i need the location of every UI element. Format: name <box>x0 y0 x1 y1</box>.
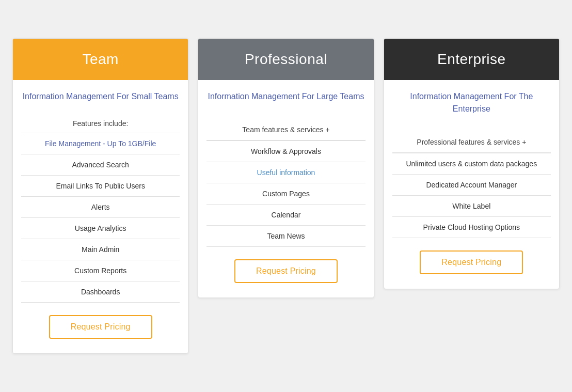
plan-header-enterprise: Enterprise <box>384 39 559 80</box>
feature-item-professional-4: Team News <box>206 226 365 247</box>
request-pricing-button-enterprise[interactable]: Request Pricing <box>420 250 523 274</box>
plan-body-enterprise: Information Management For The Enterpris… <box>384 80 559 289</box>
feature-item-team-3: Alerts <box>21 197 180 218</box>
plan-card-team: TeamInformation Management For Small Tea… <box>12 38 188 354</box>
feature-item-enterprise-2: White Label <box>392 196 551 217</box>
plan-subtitle-team: Information Management For Small Teams <box>21 90 180 110</box>
feature-item-team-5: Main Admin <box>21 239 180 260</box>
plan-subtitle-professional: Information Management For Large Teams <box>206 90 365 110</box>
feature-item-team-6: Custom Reports <box>21 260 180 281</box>
pricing-container: TeamInformation Management For Small Tea… <box>0 26 572 366</box>
request-pricing-button-team[interactable]: Request Pricing <box>49 315 152 339</box>
feature-item-enterprise-0: Unlimited users & custom data packages <box>392 153 551 175</box>
plan-title-team: Team <box>21 51 180 68</box>
feature-list-professional: Workflow & ApprovalsUseful informationCu… <box>206 140 365 247</box>
plan-card-professional: ProfessionalInformation Management For L… <box>198 38 374 298</box>
feature-list-team: File Management - Up To 1GB/FileAdvanced… <box>21 133 180 303</box>
feature-item-professional-2: Custom Pages <box>206 183 365 205</box>
feature-item-team-1: Advanced Search <box>21 154 180 176</box>
feature-item-team-0: File Management - Up To 1GB/File <box>21 133 180 154</box>
services-note-professional: Team features & services + <box>206 119 365 140</box>
plan-body-team: Information Management For Small TeamsFe… <box>13 80 188 353</box>
plan-subtitle-enterprise: Information Management For The Enterpris… <box>392 90 551 122</box>
feature-list-enterprise: Unlimited users & custom data packagesDe… <box>392 153 551 238</box>
feature-item-professional-3: Calendar <box>206 205 365 226</box>
plan-body-professional: Information Management For Large TeamsTe… <box>198 80 373 297</box>
feature-item-enterprise-3: Private Cloud Hosting Options <box>392 217 551 238</box>
plan-title-enterprise: Enterprise <box>392 51 551 68</box>
features-intro-team: Features include: <box>21 119 180 128</box>
plan-title-professional: Professional <box>206 51 365 68</box>
plan-card-enterprise: EnterpriseInformation Management For The… <box>384 38 560 289</box>
feature-item-team-7: Dashboards <box>21 281 180 303</box>
feature-item-team-4: Usage Analytics <box>21 218 180 239</box>
plan-header-professional: Professional <box>198 39 373 80</box>
feature-item-professional-0: Workflow & Approvals <box>206 141 365 162</box>
services-note-enterprise: Professional features & services + <box>392 132 551 153</box>
feature-item-enterprise-1: Dedicated Account Manager <box>392 175 551 196</box>
feature-item-professional-1: Useful information <box>206 162 365 183</box>
feature-item-team-2: Email Links To Public Users <box>21 176 180 197</box>
plan-header-team: Team <box>13 39 188 80</box>
request-pricing-button-professional[interactable]: Request Pricing <box>234 259 338 283</box>
